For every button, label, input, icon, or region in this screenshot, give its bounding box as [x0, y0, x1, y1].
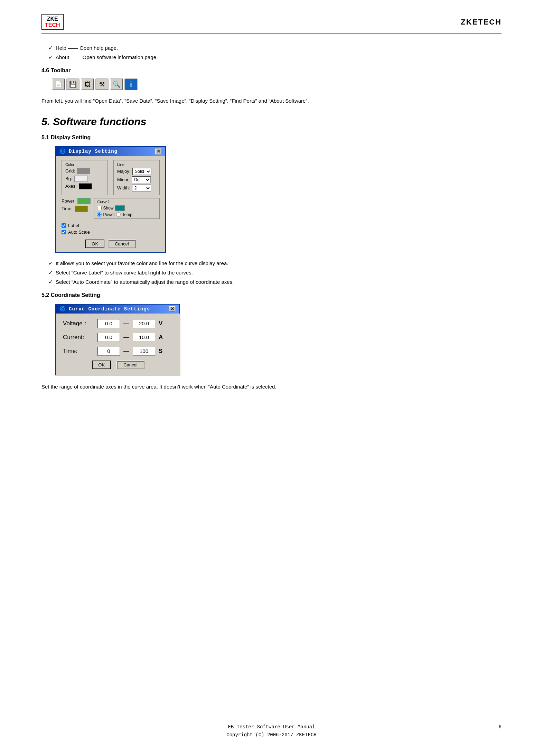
cancel-button[interactable]: Cancel: [108, 240, 135, 248]
show-checkbox[interactable]: [97, 206, 102, 210]
save-image-icon: 🖼: [81, 78, 94, 90]
line-group-label: Line: [117, 162, 156, 167]
power-field: Power:: [62, 198, 91, 204]
curve2-label: Curve2: [97, 200, 157, 204]
current-min-input[interactable]: [97, 333, 120, 342]
display-setting-dialog-wrapper: 🌀 Display Setting ✕ Color Grid:: [55, 146, 502, 253]
list-item-text: About —— Open software information page.: [56, 54, 158, 60]
menu-items-list: ✓ Help —— Open help page. ✓ About —— Ope…: [48, 45, 502, 60]
width-field: Width: 2 1 3: [117, 185, 156, 192]
diamond-icon: ✓: [48, 54, 53, 60]
current-label: Current:: [63, 334, 94, 341]
power-time-group: Power: Time:: [62, 198, 91, 212]
dialog-close-button[interactable]: ✕: [155, 148, 162, 155]
temp-radio-label: Temp: [122, 212, 132, 217]
diamond-icon: ✓: [48, 269, 53, 276]
time-label: Time:: [63, 348, 94, 355]
time-dash: —: [123, 348, 129, 355]
label-checkbox[interactable]: [62, 223, 66, 228]
list-item: ✓ Help —— Open help page.: [48, 45, 502, 51]
list-item-text: Select “Auto Coordinate” to automaticall…: [56, 279, 234, 285]
curve2-group: Curve2 Show Power Temp: [94, 198, 160, 219]
section51-heading: 5.1 Display Setting: [41, 134, 502, 141]
coord-ok-button[interactable]: OK: [92, 361, 111, 369]
voltage-label: Voltage：: [63, 319, 94, 327]
diamond-icon: ✓: [48, 260, 53, 267]
time-field: Time:: [62, 206, 91, 212]
coord-close-button[interactable]: ✕: [169, 306, 176, 312]
section52-description: Set the range of coordinate axes in the …: [41, 382, 502, 391]
ok-button[interactable]: OK: [85, 240, 104, 248]
minor-select[interactable]: Dot Dash: [132, 176, 151, 183]
list-item-text: Select “Curve Label” to show curve label…: [56, 270, 193, 276]
voltage-dash: —: [123, 320, 129, 327]
section52-heading: 5.2 Coordinate Setting: [41, 292, 502, 298]
logo: ZKE TECH: [41, 14, 64, 30]
list-item: ✓ Select “Auto Coordinate” to automatica…: [48, 279, 502, 285]
label-cb-text: Label: [68, 223, 79, 228]
time-max-input[interactable]: [133, 347, 155, 356]
current-dash: —: [123, 334, 129, 341]
autoscale-checkbox[interactable]: [62, 230, 66, 234]
header-title: ZKETECH: [461, 18, 502, 27]
grid-field: Grid:: [65, 168, 104, 174]
checkboxes-row: Label Auto Scale: [62, 222, 160, 235]
coord-dialog-titlebar: 🌀 Curve Coordinate Settings ✕: [56, 305, 179, 314]
list-item: ✓ About —— Open software information pag…: [48, 54, 502, 60]
autoscale-cb-text: Auto Scale: [68, 230, 90, 235]
voltage-unit: V: [159, 320, 166, 327]
coord-cancel-button[interactable]: Cancel: [116, 361, 144, 369]
time-label: Time:: [62, 206, 73, 211]
dialog-body: Color Grid: Bg: Axes:: [56, 156, 165, 252]
about-software-icon: i: [124, 78, 138, 90]
bg-label: Bg:: [65, 176, 72, 181]
label-checkbox-row: Label: [62, 223, 160, 228]
minor-field: Minor: Dot Dash: [117, 176, 156, 183]
list-item: ✓ It allows you to select your favorite …: [48, 260, 502, 267]
section46-heading: 4.6 Toolbar: [41, 67, 502, 74]
power-radio[interactable]: [97, 212, 102, 217]
width-select[interactable]: 2 1 3: [132, 185, 151, 192]
page-number: 6: [499, 723, 502, 731]
majoy-select[interactable]: Solid Dash: [132, 168, 151, 175]
bg-field: Bg:: [65, 176, 104, 182]
power-temp-radio-row: Power Temp: [97, 212, 157, 217]
section5-heading: 5. Software functions: [41, 116, 502, 128]
dialog-title-icon: 🌀: [59, 148, 65, 154]
coord-dialog: 🌀 Curve Coordinate Settings ✕ Voltage： —…: [55, 304, 180, 375]
list-item-text: It allows you to select your favorite co…: [56, 260, 228, 266]
page-header: ZKE TECH ZKETECH: [41, 14, 502, 34]
current-row: Current: — A: [63, 333, 174, 342]
temp-radio[interactable]: [116, 212, 121, 217]
section46-description: From left, you will find “Open Data”, “S…: [41, 96, 502, 105]
grid-color-box[interactable]: [77, 168, 90, 174]
open-data-icon: 📄: [52, 78, 65, 90]
section51-bullets: ✓ It allows you to select your favorite …: [48, 260, 502, 285]
majoy-label: Majoy:: [117, 169, 130, 174]
voltage-max-input[interactable]: [133, 319, 155, 328]
footer-line1: EB Tester Software User Manual: [0, 723, 543, 731]
ds-buttons-row: OK Cancel: [62, 240, 160, 248]
voltage-min-input[interactable]: [97, 319, 120, 328]
show-checkbox-row: Show: [97, 205, 157, 211]
axes-label: Axes:: [65, 184, 77, 189]
coord-btn-row: OK Cancel: [63, 361, 174, 369]
time-color-box[interactable]: [75, 206, 88, 212]
voltage-row: Voltage： — V: [63, 319, 174, 328]
time-row: Time: — S: [63, 347, 174, 356]
color-group: Color Grid: Bg: Axes:: [62, 160, 108, 195]
curve2-color-box[interactable]: [115, 205, 125, 211]
find-ports-icon: 🔍: [110, 78, 123, 90]
current-max-input[interactable]: [133, 333, 155, 342]
list-item: ✓ Select “Curve Label” to show curve lab…: [48, 269, 502, 276]
power-color-box[interactable]: [77, 198, 91, 204]
logo-zke: ZKE: [47, 16, 58, 22]
time-min-input[interactable]: [97, 347, 120, 356]
majoy-field: Majoy: Solid Dash: [117, 168, 156, 175]
minor-label: Minor:: [117, 177, 130, 182]
axes-color-box[interactable]: [79, 183, 92, 189]
dialog-titlebar: 🌀 Display Setting ✕: [56, 147, 165, 156]
bg-color-box[interactable]: [74, 176, 87, 182]
coord-title-text: Curve Coordinate Settings: [69, 306, 150, 312]
toolbar-icons-row: 📄 💾 🖼 ⚒ 🔍 i: [52, 78, 502, 90]
